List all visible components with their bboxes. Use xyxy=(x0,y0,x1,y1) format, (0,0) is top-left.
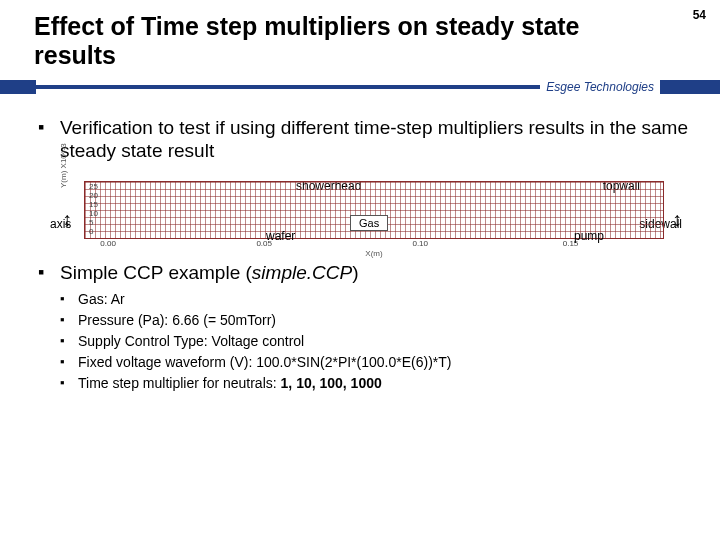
brand-label: Esgee Technologies xyxy=(540,80,660,94)
bar-line xyxy=(36,85,540,89)
ytick: 20 xyxy=(89,191,98,200)
bullet-text: ) xyxy=(352,262,358,283)
x-axis-caption: X(m) xyxy=(365,249,382,258)
y-axis-caption: Y(m) X10^-3 xyxy=(59,143,68,188)
bar-accent-left xyxy=(0,80,36,94)
xtick: 0.10 xyxy=(412,239,428,248)
sub-waveform: Fixed voltage waveform (V): 100.0*SIN(2*… xyxy=(60,352,688,373)
label-pump: pump xyxy=(574,229,604,243)
bar-accent-right xyxy=(660,80,720,94)
ytick: 25 xyxy=(89,182,98,191)
bullet-italic: simple.CCP xyxy=(252,262,352,283)
slide-number: 54 xyxy=(693,8,706,22)
ytick: 0 xyxy=(89,227,93,236)
ytick: 10 xyxy=(89,209,98,218)
label-gas: Gas xyxy=(350,215,388,231)
arrow-updown-icon: ↕ xyxy=(62,209,72,229)
sub-pressure: Pressure (Pa): 6.66 (= 50mTorr) xyxy=(60,310,688,331)
sub-bold-values: 1, 10, 100, 1000 xyxy=(281,375,382,391)
reactor-diagram: showerhead topwall axis sidewall ↕ ↕ 25 … xyxy=(56,181,676,239)
sub-gas: Gas: Ar xyxy=(60,289,688,310)
sub-timestep: Time step multiplier for neutrals: 1, 10… xyxy=(60,373,688,394)
title-divider: Esgee Technologies xyxy=(0,80,720,94)
bullet-text: Simple CCP example ( xyxy=(60,262,252,283)
arrow-updown-icon: ↕ xyxy=(672,209,682,229)
bullet-simple-ccp: Simple CCP example (simple.CCP) Gas: Ar … xyxy=(38,261,688,394)
label-wafer: wafer xyxy=(266,229,295,243)
page-title: Effect of Time step multipliers on stead… xyxy=(0,0,640,74)
xtick: 0.00 xyxy=(100,239,116,248)
ytick: 15 xyxy=(89,200,98,209)
ytick: 5 xyxy=(89,218,93,227)
content-area: Verification to test if using different … xyxy=(0,94,720,394)
sub-supply: Supply Control Type: Voltage control xyxy=(60,331,688,352)
sub-text: Time step multiplier for neutrals: xyxy=(78,375,281,391)
bullet-verification: Verification to test if using different … xyxy=(38,116,688,164)
